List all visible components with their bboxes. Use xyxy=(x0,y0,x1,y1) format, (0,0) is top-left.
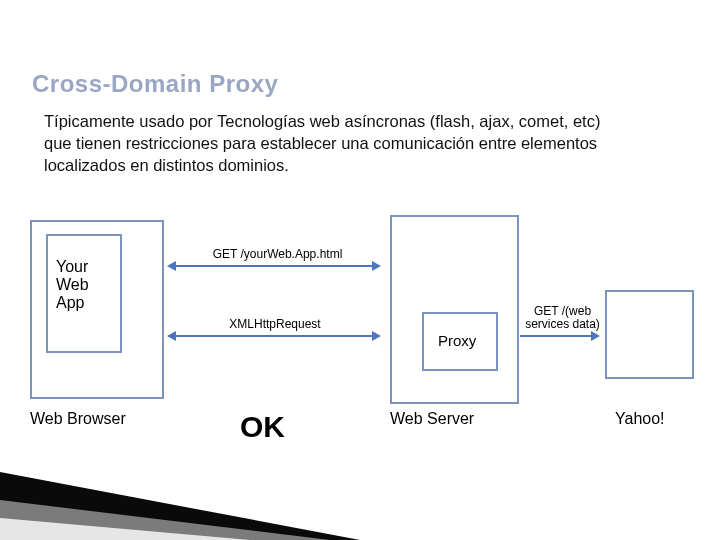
label-get-html: GET /yourWeb.App.html xyxy=(195,247,360,261)
arrow-get-ws xyxy=(520,335,592,337)
arrow-xhr xyxy=(175,335,373,337)
slide-title: Cross-Domain Proxy xyxy=(32,70,278,98)
your-web-app-box: Your Web App xyxy=(46,234,122,353)
label-xhr: XMLHttpRequest xyxy=(210,317,340,331)
slide: Cross-Domain Proxy Típicamente usado por… xyxy=(0,0,720,540)
web-server-box: Proxy xyxy=(390,215,519,404)
arrow-get-html xyxy=(175,265,373,267)
web-server-caption: Web Server xyxy=(390,410,474,428)
decorative-wedge-light xyxy=(0,518,250,540)
yahoo-caption: Yahoo! xyxy=(615,410,665,428)
proxy-box: Proxy xyxy=(422,312,498,371)
label-get-ws: GET /(web services data) xyxy=(515,305,610,331)
web-browser-caption: Web Browser xyxy=(30,410,126,428)
proxy-label: Proxy xyxy=(438,332,476,349)
web-browser-box: Your Web App xyxy=(30,220,164,399)
yahoo-box xyxy=(605,290,694,379)
your-web-app-label: Your Web App xyxy=(56,258,89,312)
slide-body-text: Típicamente usado por Tecnologías web as… xyxy=(44,110,619,176)
architecture-diagram: Your Web App Web Browser Proxy Web Serve… xyxy=(20,215,700,475)
ok-label: OK xyxy=(240,410,285,444)
